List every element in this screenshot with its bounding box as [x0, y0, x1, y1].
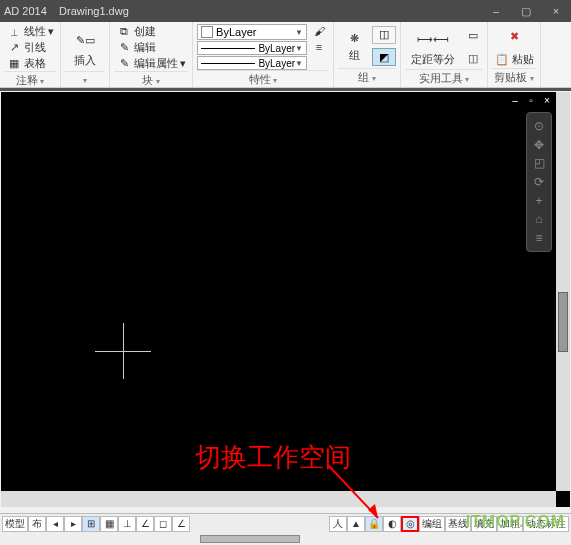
- properties-panel: ByLayer▼ ByLayer▼ ByLayer▼ 🖌 ≡ 特性: [193, 22, 334, 87]
- clipboard-panel-label: 剪贴板: [492, 68, 536, 85]
- group-select-icon: ◩: [379, 51, 389, 64]
- annotation-panel-label: 注释: [4, 71, 56, 88]
- table-icon: ▦: [6, 57, 22, 71]
- edit-block-button[interactable]: ✎编辑: [114, 40, 188, 55]
- group-panel-label: 组: [338, 68, 396, 85]
- doc-close-button[interactable]: ×: [540, 94, 554, 106]
- util2-button[interactable]: ◫: [463, 51, 483, 65]
- clipboard-panel: ✖ 📋粘贴 剪贴板: [488, 22, 541, 87]
- cut-icon: ✖: [510, 30, 519, 43]
- close-button[interactable]: ×: [541, 0, 571, 22]
- table-button[interactable]: ▦表格: [4, 56, 56, 71]
- edit-attr-button[interactable]: ✎编辑属性 ▾: [114, 56, 188, 71]
- otrack-toggle[interactable]: ∠: [172, 516, 190, 532]
- properties-panel-label: 特性: [197, 70, 329, 87]
- hardware-toggle[interactable]: ◐: [383, 516, 401, 532]
- edit-attr-icon: ✎: [116, 57, 132, 71]
- min-button[interactable]: –: [481, 0, 511, 22]
- model-tab[interactable]: 模型: [2, 516, 28, 532]
- match-props-button[interactable]: 🖌: [309, 24, 329, 38]
- create-block-button[interactable]: ⧉创建: [114, 24, 188, 39]
- color-dropdown[interactable]: ByLayer▼: [197, 24, 307, 40]
- linear-dim-button[interactable]: ⟂线性 ▾: [4, 24, 56, 39]
- ortho-toggle[interactable]: ⊥: [118, 516, 136, 532]
- bottom-scroll-thumb[interactable]: [200, 535, 300, 543]
- insert-icon: ✎▭: [71, 27, 99, 53]
- ungroup-icon: ◫: [379, 28, 389, 41]
- create-block-icon: ⧉: [116, 25, 132, 39]
- doc-restore-button[interactable]: ▫: [524, 94, 538, 106]
- linear-dim-icon: ⟂: [6, 25, 22, 39]
- layout-tab[interactable]: 布: [28, 516, 46, 532]
- grid-toggle[interactable]: ▦: [100, 516, 118, 532]
- list-icon: ≡: [311, 40, 327, 54]
- bottom-gutter: [0, 533, 571, 545]
- app-title: AD 2014 Drawing1.dwg: [4, 5, 129, 17]
- leader-icon: ↗: [6, 41, 22, 55]
- edit-block-icon: ✎: [116, 41, 132, 55]
- osnap-toggle[interactable]: ◻: [154, 516, 172, 532]
- doc-tab-strip: [0, 88, 571, 91]
- lineweight-dropdown[interactable]: ByLayer▼: [197, 56, 307, 70]
- ribbon: ⟂线性 ▾ ↗引线 ▦表格 注释 ✎▭ 插入 ⧉创建 ✎编辑 ✎编辑属性 ▾ 块: [0, 22, 571, 88]
- annovis-toggle[interactable]: ▲: [347, 516, 365, 532]
- insert-panel-label: [65, 71, 105, 85]
- select-icon: ◫: [465, 51, 481, 65]
- vertical-scrollbar[interactable]: [556, 92, 570, 491]
- ungroup-button[interactable]: ◫: [372, 26, 396, 44]
- utility-panel: ⟼⟻ 定距等分 ▭ ◫ 实用工具: [401, 22, 488, 87]
- horizontal-scrollbar[interactable]: [1, 491, 556, 507]
- utility-panel-label: 实用工具: [405, 69, 483, 86]
- measure-button[interactable]: ⟼⟻ 定距等分: [405, 24, 461, 69]
- color-swatch-icon: [201, 26, 213, 38]
- polar-toggle[interactable]: ∠: [136, 516, 154, 532]
- sb-group-button[interactable]: 编组: [419, 516, 445, 532]
- nav-left-button[interactable]: ◂: [46, 516, 64, 532]
- group-button[interactable]: ❋ 组: [338, 30, 370, 63]
- nav-wheel-icon[interactable]: ⊙: [534, 119, 544, 133]
- nav-orbit-icon[interactable]: ⟳: [534, 175, 544, 189]
- snap-toggle[interactable]: ⊞: [82, 516, 100, 532]
- lock-toggle[interactable]: 🔒: [365, 516, 383, 532]
- measure-icon: ⟼⟻: [419, 26, 447, 52]
- nav-menu-icon[interactable]: ≡: [535, 231, 542, 245]
- titlebar: AD 2014 Drawing1.dwg – ▢ ×: [0, 0, 571, 22]
- doc-min-button[interactable]: –: [508, 94, 522, 106]
- list-button[interactable]: ≡: [309, 40, 329, 54]
- nav-showmotion-icon[interactable]: +: [535, 194, 542, 208]
- insert-panel: ✎▭ 插入: [61, 22, 110, 87]
- leader-button[interactable]: ↗引线: [4, 40, 56, 55]
- group-select-button[interactable]: ◩: [372, 48, 396, 66]
- annotation-panel: ⟂线性 ▾ ↗引线 ▦表格 注释: [0, 22, 61, 87]
- restore-button[interactable]: ▢: [511, 0, 541, 22]
- group-icon: ❋: [340, 30, 368, 48]
- linetype-dropdown[interactable]: ByLayer▼: [197, 41, 307, 55]
- workspace-switch-button[interactable]: ◎: [401, 516, 419, 532]
- util1-button[interactable]: ▭: [463, 28, 483, 42]
- nav-bar: ⊙ ✥ ◰ ⟳ + ⌂ ≡: [526, 112, 552, 252]
- group-panel: ❋ 组 ◫ ◩ 组: [334, 22, 401, 87]
- annotation-text: 切换工作空间: [195, 440, 351, 475]
- annoscale-toggle[interactable]: 人: [329, 516, 347, 532]
- cut-button[interactable]: ✖: [503, 26, 525, 48]
- nav-pan-icon[interactable]: ✥: [534, 138, 544, 152]
- nav-right-button[interactable]: ▸: [64, 516, 82, 532]
- brush-icon: 🖌: [311, 24, 327, 38]
- nav-home-icon[interactable]: ⌂: [535, 212, 542, 226]
- watermark: ITMOP.COM: [466, 513, 565, 531]
- paste-button[interactable]: 📋粘贴: [492, 52, 536, 67]
- nav-zoom-icon[interactable]: ◰: [534, 156, 545, 170]
- block-panel-label: 块: [114, 71, 188, 88]
- insert-button[interactable]: ✎▭ 插入: [65, 24, 105, 71]
- paste-icon: 📋: [494, 52, 510, 66]
- block-panel: ⧉创建 ✎编辑 ✎编辑属性 ▾ 块: [110, 22, 193, 87]
- calculator-icon: ▭: [465, 28, 481, 42]
